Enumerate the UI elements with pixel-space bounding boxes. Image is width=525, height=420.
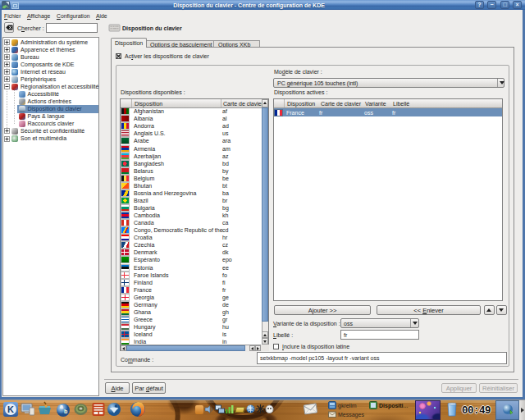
svg-text:b: b [64, 409, 67, 414]
svg-text:a: a [60, 404, 63, 409]
svg-text:K: K [7, 404, 14, 414]
